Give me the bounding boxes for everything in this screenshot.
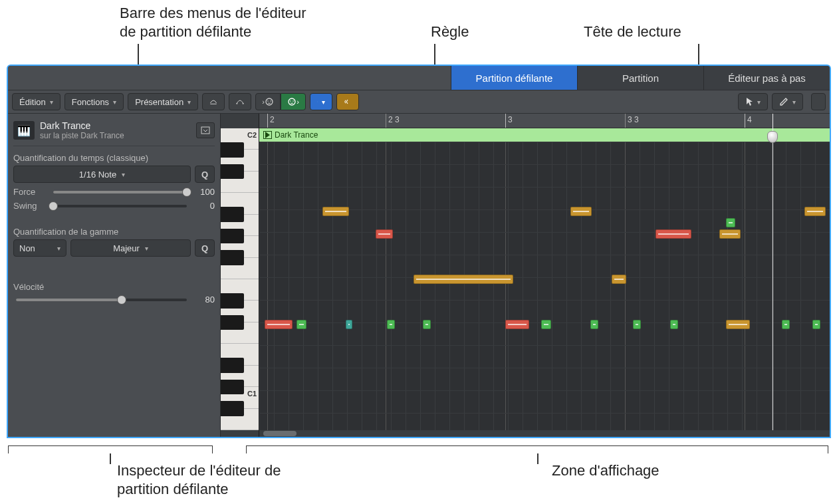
ruler[interactable]: 22 333 34 bbox=[259, 114, 830, 128]
swing-value: 0 bbox=[192, 201, 215, 211]
midi-note[interactable] bbox=[297, 320, 306, 329]
playhead-handle[interactable] bbox=[767, 131, 778, 143]
svg-point-1 bbox=[236, 103, 237, 104]
annotation-inspector: Inspecteur de l'éditeur de partition déf… bbox=[117, 461, 281, 498]
horizontal-scrollbar[interactable] bbox=[259, 430, 830, 437]
piano-roll-inspector: 🎹 Dark Trance sur la piste Dark Trance Q… bbox=[8, 114, 221, 437]
tab-score[interactable]: Partition bbox=[577, 66, 703, 90]
midi-note[interactable] bbox=[804, 207, 826, 216]
midi-note[interactable] bbox=[423, 320, 431, 329]
velocity-section: Vélocité 80 bbox=[13, 282, 215, 305]
swing-slider[interactable] bbox=[53, 205, 187, 207]
editor-view-tabs: Partition défilante Partition Éditeur pa… bbox=[8, 66, 830, 90]
force-slider-row: Force 100 bbox=[13, 187, 215, 197]
play-icon bbox=[265, 132, 270, 138]
time-quantize-section: Quantification du temps (classique) 1/16… bbox=[13, 153, 215, 211]
piano-keyboard[interactable]: C2C1 bbox=[221, 114, 259, 437]
swing-slider-row: Swing 0 bbox=[13, 201, 215, 211]
svg-point-2 bbox=[243, 103, 244, 104]
midi-note[interactable] bbox=[265, 320, 293, 329]
scrollbar-thumb[interactable] bbox=[263, 431, 297, 436]
bracket-stem bbox=[110, 453, 111, 464]
automation-curve-icon[interactable] bbox=[229, 93, 251, 110]
track-header: 🎹 Dark Trance sur la piste Dark Trance bbox=[13, 118, 215, 146]
menu-presentation[interactable]: Présentation▾ bbox=[128, 93, 198, 110]
overflow-button[interactable] bbox=[811, 93, 826, 110]
midi-note[interactable] bbox=[541, 320, 551, 329]
midi-note[interactable] bbox=[505, 320, 529, 329]
midi-note[interactable] bbox=[633, 320, 641, 329]
piano-roll-editor-window: Partition défilante Partition Éditeur pa… bbox=[7, 64, 831, 438]
pointer-tool[interactable]: ▾ bbox=[738, 93, 768, 110]
force-value: 100 bbox=[192, 187, 215, 197]
midi-note[interactable] bbox=[655, 229, 691, 239]
playhead[interactable] bbox=[773, 114, 773, 437]
velocity-value: 80 bbox=[192, 295, 215, 305]
catch-playhead-icon[interactable] bbox=[336, 93, 359, 110]
bracket-inspector bbox=[8, 445, 213, 453]
midi-note[interactable] bbox=[414, 275, 513, 284]
midi-channel-icon[interactable]: ▾ bbox=[310, 93, 332, 110]
note-grid[interactable] bbox=[259, 142, 830, 430]
svg-rect-14 bbox=[201, 127, 209, 134]
annotation-displayzone: Zone d'affichage bbox=[552, 461, 659, 480]
velocity-label: Vélocité bbox=[13, 282, 215, 292]
midi-note[interactable] bbox=[376, 229, 393, 239]
tab-step-editor[interactable]: Éditeur pas à pas bbox=[703, 66, 830, 90]
midi-out-icon[interactable]: › bbox=[281, 93, 306, 110]
midi-note[interactable] bbox=[812, 320, 820, 329]
time-quantize-label: Quantification du temps (classique) bbox=[13, 153, 215, 163]
region-menu-button[interactable] bbox=[196, 122, 215, 138]
midi-note[interactable] bbox=[726, 320, 750, 329]
svg-point-7 bbox=[290, 100, 291, 102]
midi-note[interactable] bbox=[612, 275, 626, 284]
piano-roll-menu-bar: Édition▾ Fonctions▾ Présentation▾ › › ▾ bbox=[8, 90, 830, 114]
bracket-display bbox=[246, 445, 828, 453]
track-title: Dark Trance bbox=[40, 120, 124, 131]
swing-label: Swing bbox=[13, 201, 48, 211]
snap-icon[interactable] bbox=[202, 93, 225, 110]
svg-point-5 bbox=[270, 100, 271, 102]
midi-note[interactable] bbox=[726, 218, 735, 227]
midi-note[interactable] bbox=[570, 207, 592, 216]
menu-functions[interactable]: Fonctions▾ bbox=[64, 93, 124, 110]
midi-note[interactable] bbox=[590, 320, 598, 329]
pencil-tool[interactable]: ▾ bbox=[772, 93, 803, 110]
velocity-slider[interactable] bbox=[16, 299, 187, 301]
svg-point-4 bbox=[267, 100, 269, 102]
midi-note[interactable] bbox=[782, 320, 790, 329]
midi-note[interactable] bbox=[322, 207, 349, 216]
midi-note[interactable] bbox=[670, 320, 678, 329]
midi-note[interactable] bbox=[346, 320, 352, 329]
scale-quantize-button[interactable]: Q bbox=[195, 239, 215, 257]
svg-point-8 bbox=[293, 100, 294, 102]
tab-piano-roll[interactable]: Partition défilante bbox=[451, 66, 577, 90]
menu-edit[interactable]: Édition▾ bbox=[12, 93, 60, 110]
svg-point-3 bbox=[266, 98, 273, 105]
quantize-button[interactable]: Q bbox=[195, 166, 215, 183]
instrument-icon: 🎹 bbox=[13, 121, 35, 140]
force-label: Force bbox=[13, 187, 48, 197]
region-header[interactable]: Dark Trance bbox=[259, 128, 830, 142]
piano-roll-display-area: C2C1 22 333 34 Dark Trance bbox=[221, 114, 830, 437]
tab-spacer bbox=[8, 66, 451, 90]
midi-in-icon[interactable]: › bbox=[255, 93, 281, 110]
scale-enable-select[interactable]: Non▾ bbox=[13, 239, 66, 257]
scale-mode-select[interactable]: Majeur▾ bbox=[70, 239, 191, 257]
track-subtitle: sur la piste Dark Trance bbox=[40, 131, 124, 140]
annotation-menubar: Barre des menus de l'éditeur de partitio… bbox=[120, 4, 306, 41]
time-quantize-select[interactable]: 1/16 Note ▾ bbox=[13, 166, 191, 183]
midi-note[interactable] bbox=[719, 229, 741, 239]
midi-note[interactable] bbox=[387, 320, 395, 329]
annotation-playhead: Tête de lecture bbox=[584, 23, 681, 41]
midi-in-out-group: › › bbox=[255, 93, 306, 110]
tool-selectors: ▾ ▾ bbox=[738, 93, 803, 110]
bracket-stem bbox=[537, 453, 538, 464]
svg-point-6 bbox=[289, 98, 295, 105]
scale-quantize-label: Quantification de la gamme bbox=[13, 227, 215, 237]
editor-body: 🎹 Dark Trance sur la piste Dark Trance Q… bbox=[8, 114, 830, 437]
scale-quantize-section: Quantification de la gamme Non▾ Majeur▾ … bbox=[13, 227, 215, 257]
force-slider[interactable] bbox=[53, 191, 187, 193]
note-grid-container: 22 333 34 Dark Trance bbox=[259, 114, 830, 437]
region-name: Dark Trance bbox=[275, 130, 318, 140]
